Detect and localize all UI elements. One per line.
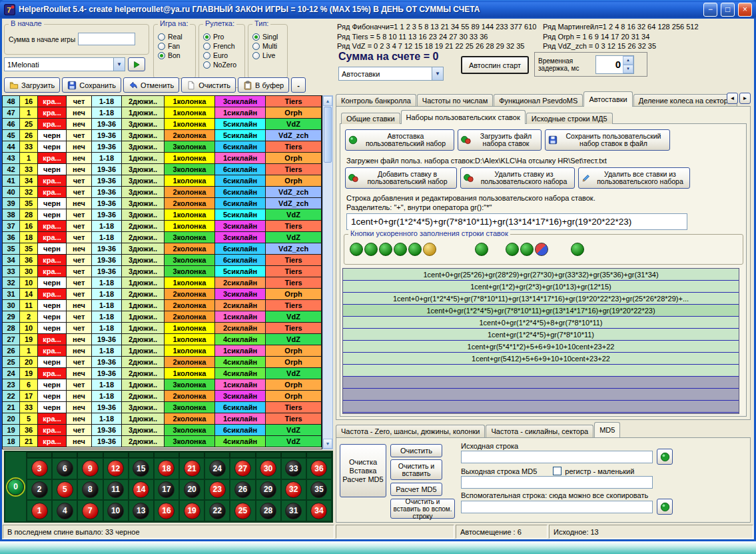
bottom-tab-1[interactable]: Частота - сиклайны, сектора [486,425,593,437]
set-button[interactable]: Добавить ставку в пользовательский набор [345,167,457,189]
quick-chip-icon-8[interactable] [506,243,519,256]
toolbar-button[interactable]: Отменить [123,77,179,93]
bet-string-row[interactable]: 1cent+0+gr(1*2*4*5)+gr(7*8*10*11)+gr(13*… [343,293,739,305]
radio-Singl[interactable]: Singl [252,33,285,41]
board-number-7[interactable]: 7 [82,503,99,519]
board-number-13[interactable]: 13 [133,503,149,519]
md5-clear-paste-aux-button[interactable]: Очистить и вставить во вспом. строку [390,499,455,519]
table-row[interactable]: 4233черннеч19-363дюжи..3колонка6сиклайнT… [3,164,322,175]
board-number-9[interactable]: 9 [82,460,99,477]
table-row[interactable]: 471кра...неч1-181дюжи..1колонка1сиклайнO… [3,107,322,119]
table-row[interactable]: 2133черннеч19-363дюжи..3колонка6сиклайнT… [3,402,322,413]
board-number-22[interactable]: 22 [209,503,226,519]
table-row[interactable]: 2719кра...неч19-362дюжи..1колонка4сиклай… [3,334,322,345]
table-row[interactable]: 1821кра...неч19-362дюжи..3колонка4сиклай… [3,436,322,447]
board-number-0[interactable]: 0 [7,479,24,495]
md5-clear-button[interactable]: Очистить [390,444,442,457]
board-number-5[interactable]: 5 [57,481,73,498]
start-sum-input[interactable] [78,33,135,45]
spin-down-icon[interactable]: ▼ [623,65,633,73]
table-row[interactable]: 4433черннеч19-363дюжи..3колонка6сиклайнT… [3,141,322,153]
table-row[interactable]: 3436кра...чет19-363дюжи..3колонка6сиклай… [3,255,322,266]
collapse-button[interactable]: - [291,77,306,93]
tabs-right-icon[interactable]: ► [739,93,751,104]
board-number-28[interactable]: 28 [260,503,276,519]
set-button[interactable]: Автоставка пользовательский набор [345,129,454,151]
bet-string-row[interactable]: 1cent+0+gr(1*2*4*5)+8+gr(7*8*10*11) [343,317,739,329]
quick-chip-icon-10[interactable] [535,243,548,256]
board-number-35[interactable]: 35 [310,481,327,498]
board-number-12[interactable]: 12 [107,460,124,477]
md5-clear-paste-calc-button[interactable]: Очистка Вставка Расчет MD5 [340,444,386,497]
board-number-27[interactable]: 27 [234,460,251,477]
autobets-combo[interactable]: Автоставки ▼ [338,67,444,81]
table-row[interactable]: 292чернчет1-181дюжи..2колонка1сиклайнVdZ [3,311,322,323]
radio-Multi[interactable]: Multi [252,42,285,50]
table-row[interactable]: 2217черннеч1-182дюжи..2колонка3сиклайнOr… [3,391,322,402]
bet-string-row[interactable]: 1cent+gr(1*2*4*5)+gr(7*8*10*11) [343,329,739,341]
quick-chip-icon-6[interactable] [423,243,436,256]
table-row[interactable]: 3011черннеч1-181дюжи..2колонка2сиклайнTi… [3,300,322,311]
main-tab-3[interactable]: Автоставки [583,91,632,107]
quick-chip-icon-3[interactable] [379,243,392,256]
board-number-18[interactable]: 18 [158,460,175,477]
chevron-down-icon[interactable]: ▼ [113,58,125,71]
board-number-30[interactable]: 30 [260,460,276,477]
bet-string-row[interactable]: 1cent+gr(5*4*1*2)+5+6+9+10+10cent+23+22 [343,341,739,353]
table-row[interactable]: 4816кра...чет1-182дюжи..1колонка3сиклайн… [3,96,322,107]
radio-NoZero[interactable]: NoZero [203,61,242,69]
table-row[interactable]: 4526чернчет19-363дюжи..2колонка5сиклайнV… [3,130,322,141]
minimize-button[interactable]: − [703,3,717,17]
quick-chip-icon-5[interactable] [408,243,422,256]
board-number-25[interactable]: 25 [234,503,251,519]
main-tab-1[interactable]: Частоты по числам [417,94,493,107]
radio-Euro[interactable]: Euro [203,51,242,59]
board-number-2[interactable]: 2 [31,481,48,498]
main-tab-0[interactable]: Контроль банкролла [336,94,416,107]
md5-output-input[interactable] [461,476,653,489]
table-row[interactable]: 2419кра...неч19-362дюжи..1колонка4сиклай… [3,368,322,379]
board-number-17[interactable]: 17 [158,481,175,498]
bet-string-row[interactable]: 1cent+gr(1*2)+gr(2*3)+gr(10*13)+gr(12*15… [343,281,739,293]
md5-aux-input[interactable] [461,501,653,513]
table-row[interactable]: 2520чернчет19-362дюжи..2колонка4сиклайнO… [3,357,322,368]
board-number-23[interactable]: 23 [209,481,226,498]
table-row[interactable]: 3114кра...чет1-182дюжи..2колонка3сиклайн… [3,289,322,300]
chevron-down-icon[interactable]: ▼ [432,67,443,80]
inner-tab-1[interactable]: Наборы пользовательских ставок [401,110,526,124]
bottom-tab-0[interactable]: Частота - Zero, шансы, дюжины, колонки [336,425,485,437]
set-button[interactable]: Сохранить пользовательский набор ставок … [545,129,670,151]
radio-Bon[interactable]: Bon [158,51,193,59]
bet-string-row[interactable]: 1cent+gr(5412)+5+6+9+10+10cent+23+22 [343,353,739,365]
md5-calc-button[interactable]: Расчет MD5 [390,483,442,496]
table-row[interactable]: 2810чернчет1-181дюжи..1колонка2сиклайнTi… [3,323,322,334]
main-tab-4[interactable]: Деление колеса на сектора [633,94,737,107]
table-row[interactable]: 3210чернчет1-181дюжи..1колонка2сиклайнTi… [3,277,322,289]
board-number-14[interactable]: 14 [133,481,149,498]
set-button[interactable]: Удалить все ставки из пользовательского … [578,167,690,189]
case-checkbox[interactable] [553,467,562,475]
delay-input[interactable] [596,56,623,73]
table-row[interactable]: 205кра...неч1-181дюжи..2колонка1сиклайнT… [3,413,322,425]
board-number-6[interactable]: 6 [57,460,73,477]
board-number-16[interactable]: 16 [158,503,175,519]
board-number-11[interactable]: 11 [107,481,124,498]
toolbar-button[interactable]: Сохранить [62,77,121,93]
spin-up-icon[interactable]: ▲ [623,56,633,65]
table-row[interactable]: 3828чернчет19-363дюжи..1колонка5сиклайнV… [3,209,322,221]
table-row[interactable]: 3935черннеч19-363дюжи..2колонка6сиклайнV… [3,198,322,209]
table-row[interactable]: 4625кра...неч19-363дюжи..1колонка5сиклай… [3,119,322,130]
table-row[interactable]: 431кра...неч1-181дюжи..1колонка1сиклайнO… [3,153,322,164]
radio-Real[interactable]: Real [158,33,193,41]
board-number-3[interactable]: 3 [31,460,48,477]
scroll-down-icon[interactable]: ▼ [323,439,332,449]
quick-chip-icon-4[interactable] [394,243,407,256]
scroll-thumb[interactable] [324,107,332,163]
table-row[interactable]: 1936кра...чет19-363дюжи..3колонка6сиклай… [3,425,322,436]
preset-combo[interactable]: 1Melonati ▼ [4,57,125,71]
radio-Live[interactable]: Live [252,51,285,59]
board-number-19[interactable]: 19 [184,503,200,519]
autospin-start-button[interactable]: Автоспин старт [461,56,529,74]
board-number-15[interactable]: 15 [133,460,149,477]
toolbar-button[interactable]: Очистить [181,77,236,93]
